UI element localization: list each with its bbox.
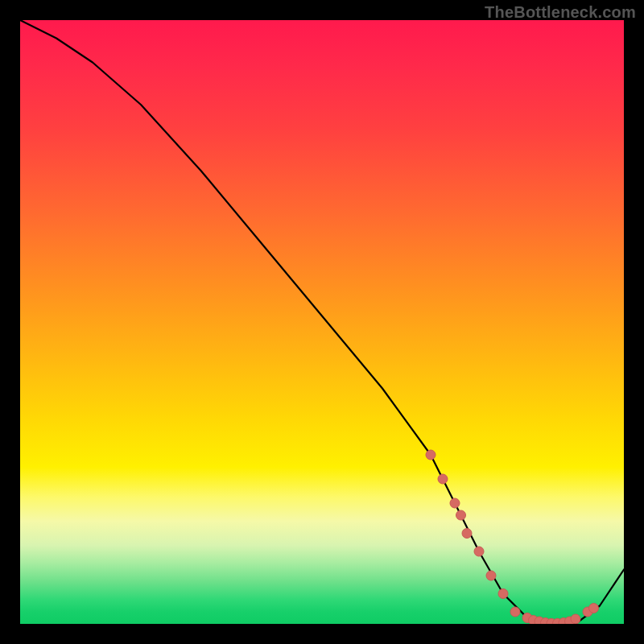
data-marker <box>438 474 448 484</box>
bottleneck-curve <box>20 20 624 624</box>
chart-frame: TheBottleneck.com <box>0 0 644 644</box>
data-marker <box>486 571 496 580</box>
data-marker <box>498 589 508 599</box>
data-marker <box>462 529 472 539</box>
chart-svg <box>20 20 624 624</box>
data-marker <box>426 450 436 460</box>
data-marker <box>450 498 460 508</box>
plot-area <box>20 20 624 624</box>
data-marker <box>510 607 520 617</box>
marker-group <box>426 450 599 624</box>
watermark-text: TheBottleneck.com <box>485 3 636 22</box>
data-marker <box>589 604 599 613</box>
curve-path-group <box>20 20 624 624</box>
data-marker <box>456 510 466 520</box>
data-marker <box>474 547 484 556</box>
data-marker <box>571 614 580 624</box>
